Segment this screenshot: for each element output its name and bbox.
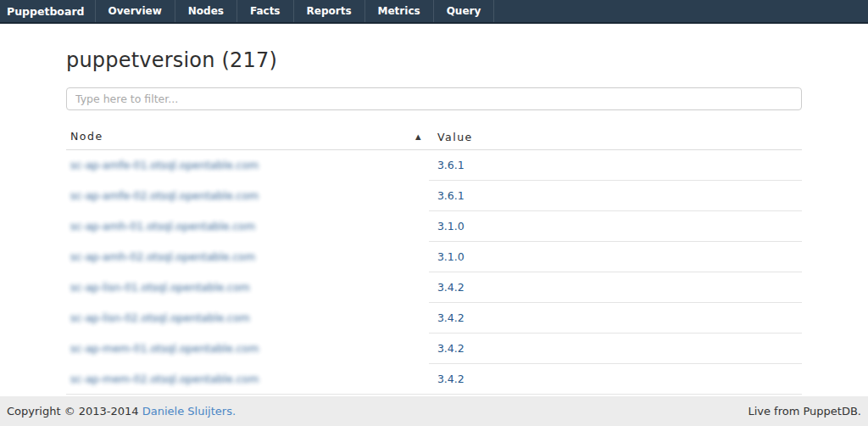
fact-value-link[interactable]: 3.6.1 <box>437 159 465 171</box>
main-content: puppetversion (217) ▲ Node Value sc-ap-a… <box>66 48 802 424</box>
page-title: puppetversion (217) <box>66 48 802 74</box>
table-row: sc-ap-lisn-01.otsql.opentable.com 3.4.2 <box>66 272 802 303</box>
node-link[interactable]: sc-ap-lisn-02.otsql.opentable.com <box>70 311 250 324</box>
node-link[interactable]: sc-ap-amh-01.otsql.opentable.com <box>70 220 255 233</box>
nav-item-overview[interactable]: Overview <box>96 0 175 22</box>
table-row: sc-ap-amh-01.otsql.opentable.com 3.1.0 <box>66 211 802 242</box>
fact-value-link[interactable]: 3.4.2 <box>437 373 465 385</box>
nav-item-metrics[interactable]: Metrics <box>365 0 434 22</box>
fact-value-link[interactable]: 3.4.2 <box>437 281 465 294</box>
node-link[interactable]: sc-ap-amh-02.otsql.opentable.com <box>70 250 255 263</box>
fact-value-link[interactable]: 3.1.0 <box>437 220 465 233</box>
filter-input[interactable] <box>66 87 802 110</box>
column-header-value[interactable]: Value <box>429 124 802 150</box>
column-header-node-label: Node <box>70 130 103 143</box>
node-link[interactable]: sc-ap-mem-02.otsql.opentable.com <box>70 373 259 385</box>
nav-item-query[interactable]: Query <box>434 0 495 22</box>
fact-value-link[interactable]: 3.4.2 <box>437 342 465 355</box>
table-row: sc-ap-lisn-02.otsql.opentable.com 3.4.2 <box>66 303 802 334</box>
fact-values-table: ▲ Node Value sc-ap-amfe-01.otsql.opentab… <box>66 124 802 424</box>
fact-value-link[interactable]: 3.6.1 <box>437 189 465 202</box>
footer: Copyright © 2013-2014 Daniele Sluijters.… <box>0 396 868 426</box>
node-link[interactable]: sc-ap-mem-01.otsql.opentable.com <box>70 342 259 355</box>
table-row: sc-ap-amfe-02.otsql.opentable.com 3.6.1 <box>66 181 802 211</box>
node-link[interactable]: sc-ap-amfe-01.otsql.opentable.com <box>70 159 259 171</box>
navbar: Puppetboard Overview Nodes Facts Reports… <box>0 0 868 24</box>
nav-item-facts[interactable]: Facts <box>237 0 294 22</box>
brand-puppetboard[interactable]: Puppetboard <box>0 0 96 22</box>
column-header-value-label: Value <box>437 131 473 143</box>
table-row: sc-ap-amfe-01.otsql.opentable.com 3.6.1 <box>66 150 802 181</box>
copyright-text: Copyright © 2013-2014 <box>7 405 139 418</box>
column-header-node[interactable]: ▲ Node <box>66 124 429 150</box>
sort-asc-icon: ▲ <box>415 130 422 143</box>
footer-copyright: Copyright © 2013-2014 Daniele Sluijters. <box>7 405 236 418</box>
table-row: sc-ap-amh-02.otsql.opentable.com 3.1.0 <box>66 242 802 272</box>
nav-item-reports[interactable]: Reports <box>294 0 365 22</box>
table-row: sc-ap-mem-02.otsql.opentable.com 3.4.2 <box>66 364 802 395</box>
footer-status: Live from PuppetDB. <box>748 405 861 418</box>
author-link[interactable]: Daniele Sluijters. <box>142 405 236 418</box>
fact-value-link[interactable]: 3.1.0 <box>437 250 465 263</box>
node-link[interactable]: sc-ap-amfe-02.otsql.opentable.com <box>70 189 259 202</box>
table-row: sc-ap-mem-01.otsql.opentable.com 3.4.2 <box>66 334 802 364</box>
fact-value-link[interactable]: 3.4.2 <box>437 311 465 324</box>
table-header-row: ▲ Node Value <box>66 124 802 150</box>
node-link[interactable]: sc-ap-lisn-01.otsql.opentable.com <box>70 281 250 294</box>
nav-item-nodes[interactable]: Nodes <box>175 0 237 22</box>
